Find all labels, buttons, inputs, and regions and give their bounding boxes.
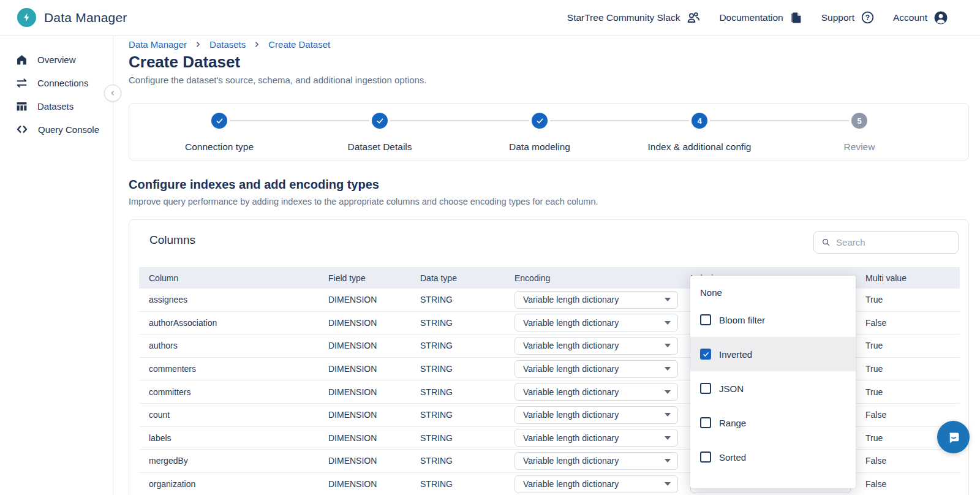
chevron-down-icon bbox=[665, 390, 671, 394]
cell-encoding: Variable length dictionary bbox=[505, 452, 680, 470]
cell-data-type: STRING bbox=[410, 479, 505, 489]
step-connector bbox=[550, 120, 689, 121]
step-5-circle[interactable]: 5 bbox=[851, 113, 867, 129]
cell-data-type: STRING bbox=[410, 410, 505, 420]
cell-encoding: Variable length dictionary bbox=[505, 475, 680, 493]
chevron-down-icon bbox=[665, 436, 671, 440]
indexing-option-range[interactable]: Range bbox=[690, 406, 856, 440]
top-nav-support[interactable]: Support? bbox=[821, 10, 875, 25]
sidebar-item-datasets[interactable]: Datasets bbox=[0, 94, 113, 118]
top-nav-label: Documentation bbox=[719, 12, 783, 23]
stepper: Connection typeDataset DetailsData model… bbox=[129, 103, 969, 161]
encoding-select[interactable]: Variable length dictionary bbox=[514, 291, 678, 309]
cell-field-type: DIMENSION bbox=[318, 410, 410, 420]
sidebar-collapse-button[interactable] bbox=[104, 85, 121, 102]
encoding-select[interactable]: Variable length dictionary bbox=[514, 337, 678, 355]
connections-icon bbox=[15, 77, 28, 89]
checkbox-json[interactable] bbox=[700, 383, 711, 394]
breadcrumb: Data ManagerDatasetsCreate Dataset bbox=[129, 39, 330, 50]
section-subtitle: Improve query performance by adding inde… bbox=[129, 197, 598, 206]
sidebar-nav: OverviewConnectionsDatasetsQuery Console bbox=[0, 36, 113, 141]
indexing-option-bloom-filter[interactable]: Bloom filter bbox=[690, 303, 856, 337]
indexing-option-sorted[interactable]: Sorted bbox=[690, 440, 856, 474]
cell-field-type: DIMENSION bbox=[318, 479, 410, 489]
encoding-select[interactable]: Variable length dictionary bbox=[514, 475, 678, 493]
sidebar-item-overview[interactable]: Overview bbox=[0, 48, 113, 71]
top-nav-documentation[interactable]: Documentation bbox=[719, 11, 802, 25]
columns-card-title: Columns bbox=[149, 233, 195, 247]
breadcrumb-create-dataset[interactable]: Create Dataset bbox=[268, 39, 330, 50]
step-connector bbox=[230, 120, 369, 121]
cell-multi-value: False bbox=[856, 318, 960, 328]
step-1-label: Connection type bbox=[127, 142, 311, 153]
encoding-select[interactable]: Variable length dictionary bbox=[514, 429, 678, 447]
breadcrumb-datasets[interactable]: Datasets bbox=[209, 39, 246, 50]
cell-multi-value: False bbox=[856, 410, 960, 420]
cell-data-type: STRING bbox=[410, 456, 505, 466]
cell-data-type: STRING bbox=[410, 295, 505, 304]
encoding-select[interactable]: Variable length dictionary bbox=[514, 314, 678, 331]
sidebar-item-query-console[interactable]: Query Console bbox=[0, 118, 113, 141]
step-connector bbox=[710, 120, 849, 121]
cell-encoding: Variable length dictionary bbox=[505, 406, 680, 424]
indexing-dropdown-menu: NoneBloom filterInvertedJSONRangeSorted bbox=[690, 276, 856, 488]
encoding-select[interactable]: Variable length dictionary bbox=[514, 360, 678, 378]
step-1-circle[interactable] bbox=[211, 113, 227, 129]
search-icon bbox=[821, 237, 831, 248]
sidebar-item-label: Overview bbox=[37, 55, 76, 65]
column-header-field-type: Field type bbox=[318, 273, 410, 283]
cell-column-name: count bbox=[139, 410, 318, 420]
people-icon bbox=[686, 10, 701, 25]
cell-encoding: Variable length dictionary bbox=[505, 291, 680, 309]
checkbox-bloom-filter[interactable] bbox=[700, 314, 711, 325]
encoding-select[interactable]: Variable length dictionary bbox=[514, 383, 678, 401]
chat-launcher-button[interactable] bbox=[937, 421, 970, 453]
top-nav: StarTree Community SlackDocumentationSup… bbox=[567, 10, 948, 25]
chevron-down-icon bbox=[665, 321, 671, 325]
cell-column-name: assignees bbox=[139, 295, 318, 304]
sidebar-item-connections[interactable]: Connections bbox=[0, 71, 113, 94]
chevron-down-icon bbox=[665, 459, 671, 463]
top-nav-label: StarTree Community Slack bbox=[567, 12, 680, 23]
checkbox-inverted[interactable] bbox=[700, 349, 711, 360]
encoding-select[interactable]: Variable length dictionary bbox=[514, 406, 678, 424]
cell-field-type: DIMENSION bbox=[318, 341, 410, 350]
top-nav-account[interactable]: Account bbox=[893, 10, 948, 25]
account-icon bbox=[933, 10, 948, 25]
search-input[interactable] bbox=[836, 237, 951, 248]
cell-data-type: STRING bbox=[410, 341, 505, 350]
top-nav-label: Account bbox=[893, 12, 927, 23]
lightning-logo-icon bbox=[17, 8, 36, 27]
cell-multi-value: True bbox=[856, 341, 960, 350]
breadcrumb-data-manager[interactable]: Data Manager bbox=[129, 39, 187, 50]
top-nav-startree-community-slack[interactable]: StarTree Community Slack bbox=[567, 10, 701, 25]
help-icon: ? bbox=[861, 10, 875, 25]
checkbox-range[interactable] bbox=[700, 417, 711, 428]
indexing-option-none[interactable]: None bbox=[690, 282, 856, 303]
column-header-multi-value: Multi value bbox=[856, 273, 960, 283]
chevron-right-icon bbox=[254, 41, 260, 48]
indexing-option-label: Bloom filter bbox=[719, 315, 765, 325]
cell-data-type: STRING bbox=[410, 387, 505, 397]
indexing-option-inverted[interactable]: Inverted bbox=[690, 337, 856, 371]
step-4-circle[interactable]: 4 bbox=[692, 113, 707, 129]
app-logo[interactable]: Data Manager bbox=[17, 8, 127, 27]
step-2-circle[interactable] bbox=[372, 113, 388, 129]
cell-column-name: labels bbox=[139, 433, 318, 443]
chevron-down-icon bbox=[665, 367, 671, 371]
chevron-down-icon bbox=[665, 344, 671, 347]
section-title: Configure indexes and add encoding types bbox=[129, 178, 379, 192]
document-icon bbox=[790, 11, 803, 25]
column-header-data-type: Data type bbox=[410, 273, 505, 283]
cell-field-type: DIMENSION bbox=[318, 295, 410, 304]
indexing-option-json[interactable]: JSON bbox=[690, 371, 856, 406]
cell-column-name: authorAssociation bbox=[139, 318, 318, 328]
sidebar: OverviewConnectionsDatasetsQuery Console bbox=[0, 36, 113, 495]
cell-column-name: commenters bbox=[139, 364, 318, 374]
step-3-circle[interactable] bbox=[532, 113, 548, 129]
step-4-label: Index & additional config bbox=[608, 142, 791, 153]
app-header: Data Manager StarTree Community SlackDoc… bbox=[0, 0, 980, 36]
checkbox-sorted[interactable] bbox=[700, 452, 711, 463]
chevron-right-icon bbox=[195, 41, 202, 48]
encoding-select[interactable]: Variable length dictionary bbox=[514, 452, 678, 470]
